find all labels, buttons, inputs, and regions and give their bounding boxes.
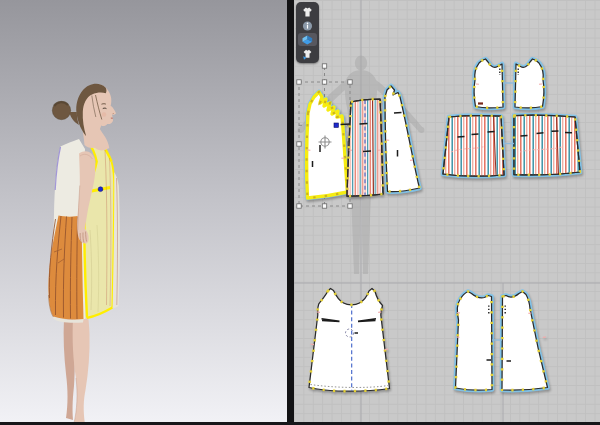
- tshirt-sync-icon: [301, 48, 314, 60]
- show-3d-garment-button[interactable]: [298, 5, 317, 18]
- piece-back-bodice-left[interactable]: [474, 59, 503, 108]
- piece-center-front-pleated-panel[interactable]: [346, 98, 384, 197]
- tshirt-icon: [301, 6, 314, 18]
- panel-divider[interactable]: [287, 0, 294, 425]
- info-icon: [301, 20, 314, 32]
- selected-point-3d[interactable]: [98, 187, 103, 192]
- pattern-information-button[interactable]: [298, 19, 317, 32]
- sync-garment-button[interactable]: [298, 47, 317, 60]
- avatar-blush: [102, 112, 107, 117]
- piece-front-dress-panel[interactable]: [309, 289, 390, 392]
- piece-back-bodice-right[interactable]: [515, 59, 544, 108]
- piece-front-side-panel-right[interactable]: [385, 86, 420, 192]
- piece-pleated-skirt-left[interactable]: [442, 114, 506, 178]
- selected-point-2d[interactable]: [334, 123, 338, 127]
- 3d-viewport[interactable]: [0, 0, 287, 425]
- show-fabric-button[interactable]: [298, 33, 317, 46]
- piece-back-dress-panel-left[interactable]: [456, 292, 493, 391]
- 2d-pattern-viewport[interactable]: [294, 0, 600, 425]
- rotation-handle[interactable]: [322, 64, 326, 68]
- avatar-3d: [0, 0, 287, 425]
- fabric-icon: [301, 34, 314, 46]
- avatar-hair-bun: [52, 101, 70, 119]
- piece-back-dress-panel-right[interactable]: [502, 292, 548, 391]
- piece-pleated-skirt-right[interactable]: [513, 114, 581, 178]
- pattern-2d-toolbar: [296, 2, 319, 63]
- avatar-legs: [64, 318, 90, 424]
- pattern-canvas: [294, 0, 600, 425]
- garment-design-workspace: [0, 0, 600, 425]
- avatar-head: [70, 84, 117, 148]
- avatar-nostril: [113, 113, 114, 114]
